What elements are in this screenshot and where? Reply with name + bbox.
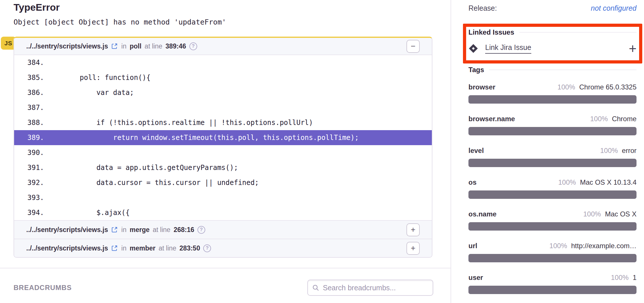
code-text: data = app.utils.getQueryParams(); [46, 160, 238, 175]
tag-row: os100%Mac OS X 10.13.4 [468, 178, 637, 199]
tag-row: level100%error [468, 147, 637, 167]
tag-value: Mac OS X [605, 210, 637, 218]
frame-function: poll [130, 42, 142, 50]
frame-in-label: in [121, 244, 127, 252]
tag-key: level [468, 147, 484, 155]
stack-frame-header[interactable]: ../../sentry/scripts/views.jsinpollat li… [14, 38, 432, 55]
tag-value: Chrome [612, 115, 637, 123]
frame-atline-label: at line [153, 226, 170, 234]
linked-issues-section: Linked Issues Link Jira Issue + [468, 28, 637, 54]
tag-value: Chrome 65.0.3325 [579, 83, 637, 91]
breadcrumbs-heading: BREADCRUMBS [14, 284, 72, 292]
tag-distribution-bar[interactable] [468, 95, 637, 104]
code-line: 385. poll: function(){ [14, 70, 432, 85]
tag-key: url [468, 242, 477, 250]
frame-function: merge [130, 226, 150, 234]
frame-line-number: 283:50 [180, 244, 200, 252]
frame-in-label: in [121, 42, 127, 50]
frame-atline-label: at line [159, 244, 176, 252]
tag-key: user [468, 274, 483, 282]
code-line: 393. [14, 190, 432, 205]
tag-percent: 100% [549, 242, 567, 250]
help-icon[interactable]: ? [203, 244, 211, 252]
line-number: 391. [14, 160, 46, 175]
breadcrumbs-search[interactable] [307, 280, 433, 296]
page-title: TypeError [14, 2, 60, 13]
code-line: 386. var data; [14, 85, 432, 100]
tag-key: browser [468, 83, 495, 91]
tag-distribution-bar[interactable] [468, 254, 637, 262]
tag-percent: 100% [590, 115, 608, 123]
code-block: 384.385. poll: function(){386. var data;… [14, 55, 432, 220]
code-line: 387. [14, 100, 432, 115]
external-link-icon[interactable] [111, 227, 118, 233]
tag-key: browser.name [468, 115, 515, 123]
release-not-configured-link[interactable]: not configured [591, 4, 637, 12]
tag-key: os [468, 178, 477, 186]
tags-title: Tags [468, 66, 484, 74]
frame-line-number: 268:16 [174, 226, 194, 234]
code-line: 394. $.ajax({ [14, 205, 432, 220]
code-line: 388. if (!this.options.realtime || !this… [14, 115, 432, 130]
tag-percent: 100% [558, 83, 575, 91]
jira-icon [468, 44, 478, 53]
external-link-icon[interactable] [111, 245, 118, 251]
code-text: poll: function(){ [46, 70, 150, 85]
tag-distribution-bar[interactable] [468, 286, 637, 294]
search-input[interactable] [322, 283, 429, 292]
tag-row: browser100%Chrome 65.0.3325 [468, 83, 637, 104]
external-link-icon[interactable] [111, 43, 118, 49]
tag-row: os.name100%Mac OS X [468, 210, 637, 231]
code-line: 390. [14, 145, 432, 160]
code-line: 392. data.cursor = this.cursor || undefi… [14, 175, 432, 190]
tag-value: 1 [633, 274, 637, 282]
tag-row: browser.name100%Chrome [468, 115, 637, 135]
line-number: 393. [14, 190, 46, 205]
tag-percent: 100% [583, 210, 601, 218]
linked-issues-title: Linked Issues [468, 28, 514, 36]
tag-row: user100%1 [468, 274, 637, 294]
link-jira-row: Link Jira Issue + [468, 43, 637, 54]
code-text: var data; [46, 85, 134, 100]
line-number: 384. [14, 55, 46, 70]
tag-line: user100%1 [468, 274, 637, 282]
tag-line: level100%error [468, 147, 637, 155]
release-label: Release: [468, 4, 497, 12]
tag-value: Mac OS X 10.13.4 [580, 178, 637, 186]
sidebar: Release: not configured Linked Issues Li… [451, 0, 644, 303]
expand-frame-button[interactable]: + [406, 242, 420, 255]
stack-frame-header[interactable]: ../../sentry/scripts/views.jsinmemberat … [14, 239, 432, 257]
line-number: 386. [14, 85, 46, 100]
tag-percent: 100% [611, 274, 628, 282]
collapse-frame-button[interactable]: − [406, 40, 420, 53]
tag-distribution-bar[interactable] [468, 127, 637, 135]
tag-distribution-bar[interactable] [468, 222, 637, 231]
line-number: 394. [14, 205, 46, 220]
code-line: 391. data = app.utils.getQueryParams(); [14, 160, 432, 175]
line-number: 385. [14, 70, 46, 85]
search-icon [312, 284, 319, 291]
code-text: data.cursor = this.cursor || undefined; [46, 175, 259, 190]
line-number: 387. [14, 100, 46, 115]
tag-line: browser100%Chrome 65.0.3325 [468, 83, 637, 91]
frame-line-number: 389:46 [165, 42, 186, 50]
frame-filename: ../../sentry/scripts/views.js [26, 226, 108, 234]
help-icon[interactable]: ? [189, 42, 197, 50]
tag-distribution-bar[interactable] [468, 159, 637, 167]
link-jira-issue-link[interactable]: Link Jira Issue [485, 43, 531, 54]
tag-value: error [622, 147, 637, 155]
tag-percent: 100% [558, 178, 576, 186]
tag-line: os.name100%Mac OS X [468, 210, 637, 218]
line-number: 392. [14, 175, 46, 190]
code-line: 384. [14, 55, 432, 70]
add-linked-issue-button[interactable]: + [629, 44, 637, 53]
expand-frame-button[interactable]: + [406, 223, 420, 236]
frame-function: member [130, 244, 155, 252]
stack-frame-header[interactable]: ../../sentry/scripts/views.jsinmergeat l… [14, 220, 432, 239]
tag-distribution-bar[interactable] [468, 190, 637, 199]
event-detail-main: TypeError Object [object Object] has no … [0, 0, 451, 303]
tags-section: Tags browser100%Chrome 65.0.3325browser.… [468, 66, 637, 303]
frame-filename: ../../sentry/scripts/views.js [26, 42, 108, 50]
frame-atline-label: at line [145, 42, 162, 50]
help-icon[interactable]: ? [197, 226, 205, 234]
